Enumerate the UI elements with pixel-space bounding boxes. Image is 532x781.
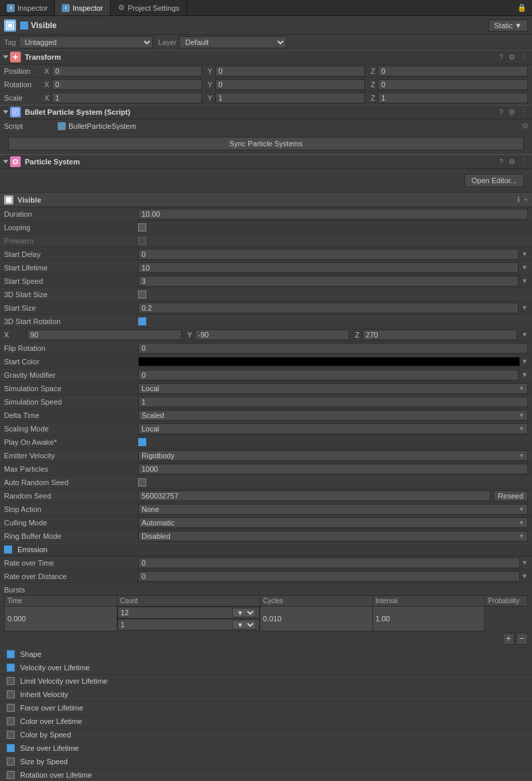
rotation-z[interactable] [378, 79, 528, 90]
burst-remove-button[interactable]: − [516, 633, 528, 645]
3d-start-rotation-checkbox[interactable] [138, 317, 146, 325]
sim-speed-input[interactable] [138, 397, 528, 407]
module-item-color-over-lifetime[interactable]: Color over Lifetime [0, 715, 532, 729]
scale-z[interactable] [378, 93, 528, 103]
emitter-velocity-dropdown[interactable]: Rigidbody ▼ [138, 450, 528, 461]
play-on-awake-checkbox[interactable] [138, 438, 146, 446]
module-item-velocity-over-lifetime[interactable]: Velocity over Lifetime [0, 662, 532, 675]
tab-inspector2[interactable]: i Inspector [55, 0, 110, 15]
rotation-y-input[interactable] [195, 329, 350, 340]
open-editor-button[interactable]: Open Editor... [464, 174, 524, 187]
module-checkbox-limit-velocity-over-lifetime[interactable] [7, 677, 15, 685]
start-delay-input[interactable] [138, 249, 519, 260]
rate-over-time-arrow[interactable]: ▼ [521, 559, 528, 566]
looping-checkbox[interactable] [138, 223, 146, 231]
module-checkbox-inherit-velocity[interactable] [7, 690, 15, 698]
module-item-color-by-speed[interactable]: Color by Speed [0, 729, 532, 742]
module-item-shape[interactable]: Shape [0, 648, 532, 662]
layer-select[interactable]: Default [179, 36, 286, 48]
position-x[interactable] [52, 66, 202, 76]
ps-menu-icon[interactable]: ⋮ [521, 158, 528, 166]
module-item-force-over-lifetime[interactable]: Force over Lifetime [0, 702, 532, 715]
ps-section-header[interactable]: Particle System ? ⚙ ⋮ [0, 154, 532, 169]
burst-cycles-dropdown[interactable]: ▼ [232, 620, 256, 629]
start-color-swatch[interactable] [138, 357, 520, 366]
emission-checkbox-group[interactable]: Emission [4, 545, 48, 554]
emission-section-header[interactable]: Emission [0, 543, 532, 556]
start-lifetime-dropdown-arrow[interactable]: ▼ [521, 264, 528, 271]
transform-help-icon[interactable]: ? [499, 53, 503, 62]
position-y[interactable] [215, 66, 366, 76]
module-checkbox-size-over-lifetime[interactable] [7, 744, 15, 752]
visible-checkbox-group[interactable]: Visible [20, 21, 56, 30]
max-particles-input[interactable] [138, 464, 528, 474]
auto-random-seed-checkbox[interactable] [138, 478, 146, 486]
gravity-input[interactable] [138, 370, 519, 380]
static-button[interactable]: Static ▼ [488, 19, 528, 32]
ps-help-icon[interactable]: ? [499, 158, 503, 166]
rotation-y[interactable] [215, 79, 366, 90]
bullet-script-menu-icon[interactable]: ⋮ [521, 108, 528, 117]
delta-time-dropdown[interactable]: Scaled ▼ [138, 410, 528, 421]
culling-mode-dropdown[interactable]: Automatic ▼ [138, 517, 528, 528]
tag-select[interactable]: Untagged [19, 36, 153, 48]
module-checkbox-velocity-over-lifetime[interactable] [7, 664, 15, 672]
tab-inspector1[interactable]: i Inspector [0, 0, 55, 15]
module-item-size-over-lifetime[interactable]: Size over Lifetime [0, 742, 532, 756]
module-item-rotation-over-lifetime[interactable]: Rotation over Lifetime [0, 769, 532, 782]
ring-buffer-dropdown[interactable]: Disabled ▼ [138, 531, 528, 541]
start-delay-dropdown-arrow[interactable]: ▼ [521, 250, 528, 258]
rate-over-distance-input[interactable] [138, 571, 520, 582]
rotation-x-input[interactable] [27, 329, 182, 340]
sync-button[interactable]: Sync Particle Systems [8, 137, 524, 150]
start-speed-dropdown-arrow[interactable]: ▼ [521, 277, 528, 284]
burst-cycles-input[interactable] [121, 621, 231, 629]
burst-probability-input[interactable] [376, 615, 482, 623]
scaling-mode-dropdown[interactable]: Local ▼ [138, 423, 528, 434]
module-item-inherit-velocity[interactable]: Inherit Velocity [0, 688, 532, 702]
ps-visible-add-icon[interactable]: + [524, 195, 528, 204]
sim-space-dropdown[interactable]: Local ▼ [138, 383, 528, 394]
module-checkbox-force-over-lifetime[interactable] [7, 704, 15, 712]
rotation-x[interactable] [52, 79, 202, 90]
visible-checkbox[interactable] [20, 21, 28, 30]
module-item-limit-velocity-over-lifetime[interactable]: Limit Velocity over Lifetime [0, 675, 532, 688]
3d-start-size-checkbox[interactable] [138, 291, 146, 299]
burst-interval-cell[interactable] [260, 607, 373, 631]
bullet-script-settings-icon[interactable]: ⚙ [509, 108, 515, 117]
duration-input[interactable] [138, 209, 528, 219]
start-lifetime-input[interactable] [138, 262, 519, 273]
burst-probability-cell[interactable] [372, 607, 485, 631]
ps-settings-icon[interactable]: ⚙ [509, 158, 515, 166]
scale-y[interactable] [215, 93, 366, 103]
start-size-dropdown-arrow[interactable]: ▼ [521, 304, 528, 311]
burst-add-button[interactable]: + [502, 633, 515, 645]
module-checkbox-size-by-speed[interactable] [7, 758, 15, 766]
stop-action-dropdown[interactable]: None ▼ [138, 504, 528, 515]
transform-settings-icon[interactable]: ⚙ [509, 53, 515, 62]
rotation-z-input[interactable] [362, 329, 517, 340]
burst-cycles-cell[interactable]: ▼ [117, 619, 260, 631]
module-checkbox-color-over-lifetime[interactable] [7, 717, 15, 725]
rotation-xyz-dropdown-arrow[interactable]: ▼ [521, 331, 528, 338]
rate-over-distance-arrow[interactable]: ▼ [521, 572, 528, 580]
reseed-button[interactable]: Reseed [493, 490, 528, 501]
bullet-script-help-icon[interactable]: ? [499, 108, 503, 117]
flip-rotation-input[interactable] [138, 343, 528, 354]
start-size-input[interactable] [138, 303, 519, 313]
scale-x[interactable] [52, 93, 202, 103]
gravity-dropdown-arrow[interactable]: ▼ [521, 371, 528, 378]
start-speed-input[interactable] [138, 276, 519, 287]
burst-count-dropdown[interactable]: ▼ [232, 608, 256, 617]
transform-menu-icon[interactable]: ⋮ [521, 53, 528, 62]
burst-time-input[interactable] [7, 615, 114, 623]
start-color-dropdown-arrow[interactable]: ▼ [521, 358, 528, 365]
bullet-script-section-header[interactable]: Bullet Particle System (Script) ? ⚙ ⋮ [0, 105, 532, 119]
module-checkbox-shape[interactable] [7, 650, 15, 658]
random-seed-input[interactable] [138, 490, 490, 501]
tab-project-settings[interactable]: ⚙ Project Settings [111, 0, 187, 15]
emission-checkbox[interactable] [4, 545, 12, 554]
script-link-icon[interactable]: ⊙ [522, 121, 528, 130]
module-checkbox-rotation-over-lifetime[interactable] [7, 771, 15, 779]
transform-section-header[interactable]: Transform ? ⚙ ⋮ [0, 50, 532, 64]
